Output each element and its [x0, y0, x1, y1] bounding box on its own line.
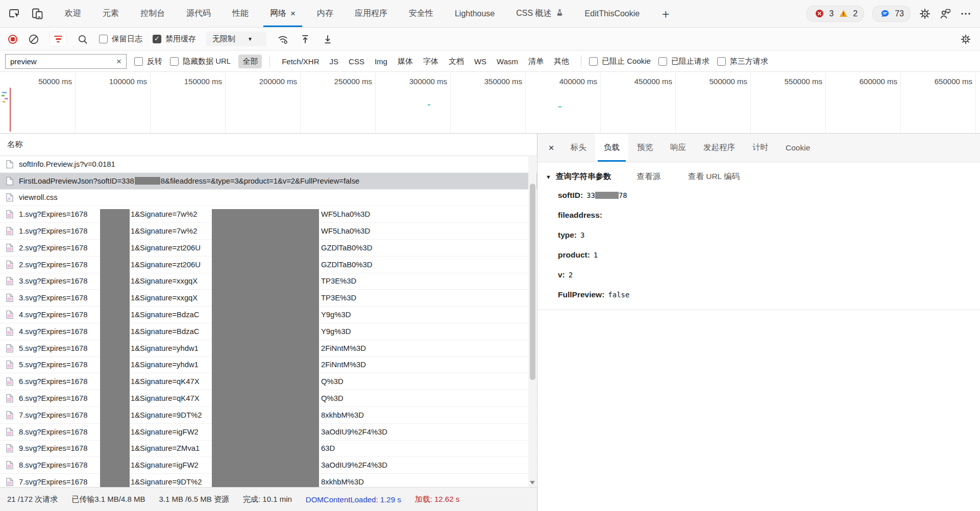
filter-toggle-icon[interactable]	[50, 32, 66, 46]
import-har-icon[interactable]	[299, 33, 311, 45]
filter-chip-doc[interactable]: 文档	[445, 55, 468, 68]
filter-chip-manifest[interactable]: 清单	[524, 55, 548, 68]
network-filterbar: × 反转 隐藏数据 URL 全部 Fetch/XHRJSCSSImg媒体字体文档…	[0, 51, 980, 72]
request-name-signature: 1&Signature=7w%2	[131, 210, 197, 218]
blocked-requests-control[interactable]: 已阻止请求	[658, 57, 709, 66]
filter-chip-wasm[interactable]: Wasm	[493, 55, 522, 68]
request-name-prefix: 2.svg?Expires=1678	[19, 244, 88, 252]
image-file-icon	[6, 210, 13, 219]
request-row[interactable]: softInfo.Preview.js?v=0.0181	[0, 156, 537, 173]
record-network-log-button[interactable]	[8, 35, 17, 44]
details-tab-initiator[interactable]: 发起程序	[695, 134, 744, 162]
filter-chip-css[interactable]: CSS	[345, 55, 369, 68]
disable-cache-control[interactable]: 禁用缓存	[153, 34, 196, 44]
main-tab-console[interactable]: 控制台	[130, 0, 176, 27]
timeline-tick-label: 550000 ms	[749, 77, 822, 86]
details-tab-preview[interactable]: 预览	[628, 134, 662, 162]
issues-badge[interactable]: 3 2	[806, 6, 864, 22]
filter-chip-ws[interactable]: WS	[470, 55, 491, 68]
main-tab-application[interactable]: 应用程序	[344, 0, 398, 27]
feedback-badge[interactable]: 73	[872, 6, 911, 22]
more-options-icon[interactable]	[960, 8, 972, 20]
view-url-encoded-link[interactable]: 查看 URL 编码	[688, 171, 740, 182]
name-column-header[interactable]: 名称	[0, 134, 537, 156]
main-tab-memory[interactable]: 内存	[306, 0, 344, 27]
inspect-element-icon[interactable]	[7, 6, 22, 21]
timeline-tick-label: 400000 ms	[524, 77, 597, 86]
details-tab-response[interactable]: 响应	[662, 134, 695, 162]
scrollbar[interactable]	[528, 156, 536, 487]
more-tools-button[interactable]: ＋	[650, 6, 681, 22]
main-tab-elements[interactable]: 元素	[92, 0, 130, 27]
main-tab-welcome[interactable]: 欢迎	[54, 0, 92, 27]
request-name-signature: 1&Signature=BdzaC	[131, 327, 200, 336]
filter-chip-img[interactable]: Img	[371, 55, 391, 68]
clear-filter-icon[interactable]: ×	[116, 57, 121, 66]
blocked-cookies-label: 已阻止 Cookie	[602, 57, 651, 66]
network-settings-gear-icon[interactable]	[960, 33, 972, 45]
invert-checkbox[interactable]	[134, 57, 143, 66]
network-conditions-icon[interactable]	[277, 33, 289, 45]
blocked-cookies-control[interactable]: 已阻止 Cookie	[589, 57, 651, 66]
request-name-suffix: 2FiNntM%3D	[321, 344, 366, 352]
scrollbar-down-arrow-icon[interactable]	[530, 481, 535, 484]
param-key: FullPreview:	[558, 290, 604, 299]
settings-gear-icon[interactable]	[919, 8, 931, 20]
request-row[interactable]: viewroll.css	[0, 190, 537, 207]
invert-control[interactable]: 反转	[134, 57, 162, 66]
blocked-cookies-checkbox[interactable]	[589, 57, 598, 66]
collapse-caret-icon[interactable]: ▼	[546, 174, 551, 180]
main-tab-css-overview[interactable]: CSS 概述	[505, 0, 574, 27]
disable-cache-checkbox[interactable]	[153, 35, 161, 43]
third-party-checkbox[interactable]	[717, 57, 726, 66]
third-party-control[interactable]: 第三方请求	[717, 57, 768, 66]
details-tabbar: × 标头负载预览响应发起程序计时Cookie	[537, 134, 980, 162]
search-icon[interactable]	[77, 33, 89, 45]
filter-chip-fetch-xhr[interactable]: Fetch/XHR	[278, 55, 323, 68]
css-file-icon	[6, 193, 13, 202]
filter-chip-other[interactable]: 其他	[550, 55, 573, 68]
request-row[interactable]: FirstLoadPreviewJson?softID=3388&fileadd…	[0, 173, 537, 190]
details-tab-cookies[interactable]: Cookie	[777, 134, 819, 162]
close-details-icon[interactable]: ×	[541, 134, 562, 162]
query-param-row: FullPreview:false	[558, 290, 980, 300]
filter-input[interactable]	[10, 57, 116, 66]
param-value: 2	[569, 271, 573, 279]
hide-data-urls-checkbox[interactable]	[170, 57, 179, 66]
main-tab-editthiscookie[interactable]: EditThisCookie	[574, 0, 651, 27]
clear-network-log-icon[interactable]	[28, 33, 40, 45]
hide-data-urls-label: 隐藏数据 URL	[183, 57, 231, 66]
blocked-requests-checkbox[interactable]	[658, 57, 667, 66]
network-toolbar: 保留日志 禁用缓存 无限制 ▼	[0, 28, 980, 50]
details-tab-payload[interactable]: 负载	[595, 134, 628, 162]
export-har-icon[interactable]	[322, 33, 334, 45]
filter-chip-js[interactable]: JS	[326, 55, 343, 68]
image-file-icon	[6, 427, 13, 436]
device-toolbar-icon[interactable]	[30, 6, 45, 21]
details-tab-headers[interactable]: 标头	[562, 134, 595, 162]
view-source-link[interactable]: 查看源	[636, 171, 660, 182]
throttling-dropdown[interactable]: 无限制 ▼	[206, 32, 266, 46]
main-tab-network[interactable]: 网络×	[259, 0, 306, 27]
main-tab-sources[interactable]: 源代码	[176, 0, 222, 27]
preserve-log-checkbox[interactable]	[99, 35, 108, 43]
document-file-icon	[6, 176, 13, 185]
filter-input-box[interactable]: ×	[5, 54, 127, 69]
filter-chip-font[interactable]: 字体	[419, 55, 443, 68]
feedback-person-icon[interactable]	[939, 8, 951, 20]
param-key: type:	[558, 231, 577, 239]
details-tab-timing[interactable]: 计时	[744, 134, 777, 162]
error-count: 3	[829, 9, 834, 18]
network-overview-timeline[interactable]: 50000 ms100000 ms150000 ms200000 ms25000…	[0, 72, 980, 134]
filter-chip-all[interactable]: 全部	[238, 55, 262, 68]
filter-chip-media[interactable]: 媒体	[394, 55, 417, 68]
preserve-log-control[interactable]: 保留日志	[99, 34, 142, 44]
main-tab-security[interactable]: 安全性	[398, 0, 444, 27]
scrollbar-thumb[interactable]	[530, 184, 535, 380]
requests-panel: 名称 softInfo.Preview.js?v=0.0181FirstLoad…	[0, 134, 537, 487]
main-tab-performance[interactable]: 性能	[222, 0, 259, 27]
close-network-tab-icon[interactable]: ×	[290, 9, 296, 18]
hide-data-urls-control[interactable]: 隐藏数据 URL	[170, 57, 231, 66]
main-tab-lighthouse[interactable]: Lighthouse	[444, 0, 505, 27]
image-file-icon	[6, 344, 13, 352]
